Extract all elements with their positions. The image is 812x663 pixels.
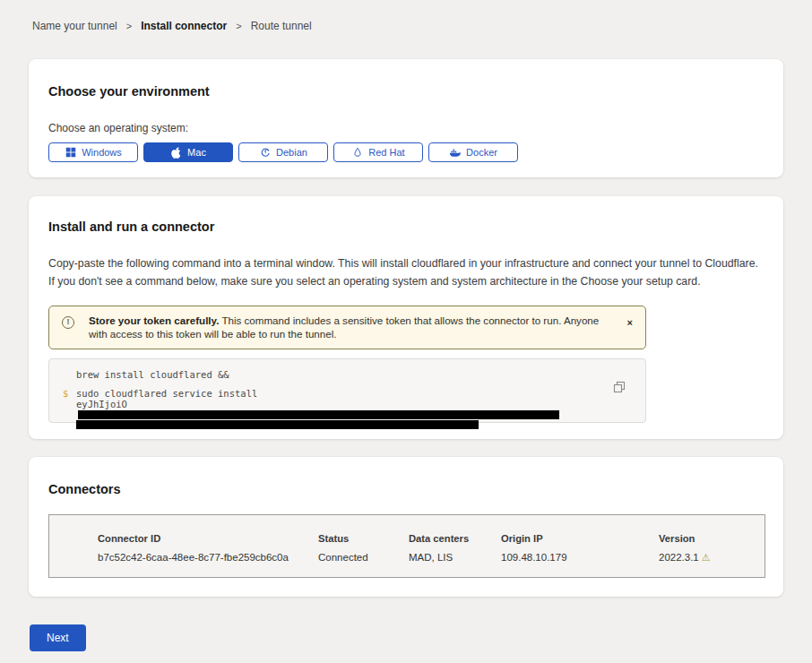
- redaction-bar: [76, 420, 479, 429]
- data-centers-value: MAD, LIS: [409, 552, 501, 564]
- code-line: eyJhIjoiO: [49, 400, 609, 420]
- header-origin-ip: Origin IP: [501, 533, 659, 544]
- breadcrumb-install-connector[interactable]: Install connector: [141, 20, 227, 32]
- token-prefix: eyJhIjoiO: [76, 399, 127, 409]
- os-button-mac[interactable]: Mac: [143, 142, 233, 162]
- install-card-title: Install and run a connector: [48, 220, 764, 234]
- os-button-label: Windows: [82, 147, 122, 158]
- breadcrumb-separator: >: [236, 21, 241, 31]
- breadcrumb-separator: >: [126, 21, 132, 31]
- breadcrumb-route-tunnel[interactable]: Route tunnel: [251, 20, 312, 32]
- table-header-row: Connector ID Status Data centers Origin …: [98, 533, 764, 544]
- os-button-label: Red Hat: [368, 147, 404, 158]
- redaction-bar: [78, 410, 559, 419]
- header-connector-id: Connector ID: [98, 533, 318, 544]
- token-text: eyJhIjoiO: [76, 400, 609, 420]
- header-status: Status: [318, 533, 409, 544]
- table-row: b7c52c42-6caa-48ee-8c77-fbe259cb6c0a Con…: [98, 552, 764, 564]
- header-data-centers: Data centers: [409, 533, 501, 544]
- environment-card-title: Choose your environment: [48, 84, 764, 99]
- os-select-label: Choose an operating system:: [48, 122, 764, 134]
- os-button-label: Mac: [187, 147, 206, 158]
- breadcrumb: Name your tunnel > Install connector > R…: [32, 20, 812, 32]
- connectors-card-title: Connectors: [48, 482, 764, 496]
- windows-icon: [65, 147, 76, 159]
- os-button-label: Docker: [466, 147, 497, 158]
- install-connector-card: Install and run a connector Copy-paste t…: [29, 196, 783, 439]
- code-text: brew install cloudflared &&: [76, 370, 229, 381]
- token-warning-title: Store your token carefully.: [89, 314, 219, 326]
- version-value: 2022.3.1⚠: [659, 552, 757, 564]
- environment-card: Choose your environment Choose an operat…: [29, 59, 783, 177]
- code-line: [49, 420, 609, 429]
- alert-circle-icon: !: [62, 316, 74, 329]
- code-gutter: [49, 370, 76, 381]
- connector-id-value: b7c52c42-6caa-48ee-8c77-fbe259cb6c0a: [98, 552, 318, 564]
- debian-icon: [259, 147, 271, 159]
- next-button[interactable]: Next: [30, 624, 86, 651]
- code-line: brew install cloudflared &&: [49, 370, 609, 381]
- os-button-windows[interactable]: Windows: [48, 142, 138, 162]
- install-command-code-block: brew install cloudflared && $ sudo cloud…: [48, 358, 646, 423]
- code-gutter: [49, 400, 76, 420]
- os-button-redhat[interactable]: Red Hat: [333, 142, 423, 162]
- status-badge: Connected: [318, 552, 409, 564]
- code-line: $ sudo cloudflared service install: [49, 389, 609, 400]
- origin-ip-value: 109.48.10.179: [501, 552, 659, 564]
- token-warning-text: Store your token carefully. This command…: [89, 314, 611, 341]
- redhat-icon: [351, 147, 363, 159]
- copy-icon[interactable]: [613, 381, 626, 393]
- shell-prompt: $: [49, 389, 76, 400]
- code-gutter: [49, 420, 76, 429]
- header-version: Version: [659, 533, 757, 544]
- version-number: 2022.3.1: [659, 552, 699, 563]
- os-button-docker[interactable]: Docker: [428, 142, 518, 162]
- docker-icon: [449, 147, 461, 159]
- close-icon[interactable]: ×: [627, 318, 633, 328]
- token-warning-banner: ! Store your token carefully. This comma…: [48, 306, 646, 349]
- install-description: Copy-paste the following command into a …: [48, 255, 764, 291]
- os-button-debian[interactable]: Debian: [238, 142, 328, 162]
- breadcrumb-name-your-tunnel[interactable]: Name your tunnel: [32, 20, 117, 32]
- apple-icon: [170, 147, 182, 159]
- connectors-card: Connectors Connector ID Status Data cent…: [29, 457, 783, 597]
- os-button-group: Windows Mac Debian Red Hat Docker: [48, 142, 764, 162]
- warning-triangle-icon: ⚠: [702, 552, 711, 563]
- connectors-table: Connector ID Status Data centers Origin …: [48, 514, 765, 578]
- os-button-label: Debian: [276, 147, 307, 158]
